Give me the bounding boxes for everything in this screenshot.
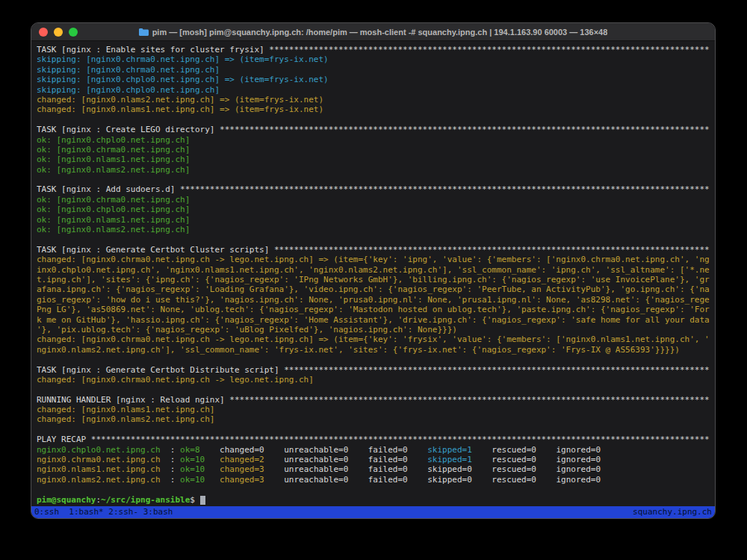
terminal-line: skipping: [nginx0.chrma0.net.ipng.ch] xyxy=(37,65,710,75)
terminal-text: : xyxy=(161,475,181,485)
handler-header: RUNNING HANDLER [nginx : Reload nginx] *… xyxy=(37,395,710,405)
recap-row: nginx0.chplo0.net.ipng.ch : ok=8 changed… xyxy=(37,445,710,455)
terminal-text: failed=0 xyxy=(368,475,427,485)
terminal-window: pim — [mosh] pim@squanchy.ipng.ch: /home… xyxy=(31,22,716,519)
terminal-text: unreachable=0 xyxy=(284,455,368,464)
terminal-output[interactable]: TASK [nginx : Enable sites for cluster f… xyxy=(31,41,715,506)
terminal-text: nginx0.chrma0.net.ipng.ch xyxy=(37,455,161,464)
close-button[interactable] xyxy=(39,28,48,37)
tmux-hostname: squanchy.ipng.ch xyxy=(633,506,712,518)
header-fill: ****************************************… xyxy=(220,125,710,134)
terminal-text: failed=0 xyxy=(368,445,427,455)
terminal-text: changed=2 xyxy=(220,455,284,464)
terminal-text: changed: [nginx0.nlams1.net.ipng.ch] => … xyxy=(37,105,323,114)
window-title-group: pim — [mosh] pim@squanchy.ipng.ch: /home… xyxy=(139,28,608,37)
minimize-button[interactable] xyxy=(54,28,63,37)
recap-row: nginx0.chrma0.net.ipng.ch : ok=10 change… xyxy=(37,455,710,464)
terminal-line: skipping: [nginx0.chplo0.net.ipng.ch] xyxy=(37,85,710,95)
terminal-text: changed: [nginx0.chrma0.net.ipng.ch -> l… xyxy=(37,375,314,385)
terminal-text: nginx0.chplo0.net.ipng.ch xyxy=(37,445,161,455)
window-title: pim — [mosh] pim@squanchy.ipng.ch: /home… xyxy=(152,28,608,37)
terminal-text: TASK [nginx : Add sudoers.d] xyxy=(37,184,180,194)
terminal-text: ignored=0 xyxy=(556,464,601,474)
terminal-text: ok: [nginx0.nlams1.net.ipng.ch] xyxy=(37,215,190,225)
terminal-text: skipping: [nginx0.chplo0.net.ipng.ch] xyxy=(37,85,220,95)
zoom-button[interactable] xyxy=(69,28,78,37)
tmux-window-list[interactable]: 0:ssh 1:bash* 2:ssh- 3:bash xyxy=(34,506,173,518)
terminal-text: changed: [nginx0.chrma0.net.ipng.ch -> l… xyxy=(37,335,710,344)
titlebar[interactable]: pim — [mosh] pim@squanchy.ipng.ch: /home… xyxy=(31,23,715,41)
terminal-line: changed: [nginx0.nlams1.net.ipng.ch] xyxy=(37,405,710,414)
terminal-line: changed: [nginx0.chrma0.net.ipng.ch -> l… xyxy=(37,255,710,264)
terminal-text: rescued=0 xyxy=(492,464,556,474)
terminal-text: ok=10 xyxy=(180,464,220,474)
terminal-text: skipped=1 xyxy=(427,445,492,455)
terminal-line: t.ipng.ch'], 'sites': {'ipng.ch': {'nagi… xyxy=(37,275,710,284)
terminal-text: ok: [nginx0.nlams1.net.ipng.ch] xyxy=(37,155,190,164)
terminal-text: rescued=0 xyxy=(492,475,556,485)
terminal-text: ignored=0 xyxy=(556,445,601,455)
task-header: TASK [nginx : Enable sites for cluster f… xyxy=(37,45,710,55)
terminal-text: ok=10 xyxy=(180,475,220,485)
terminal-text: failed=0 xyxy=(368,464,427,474)
terminal-text: : xyxy=(161,445,181,455)
task-header: TASK [nginx : Add sudoers.d] ***********… xyxy=(37,184,710,194)
terminal-text: PLAY RECAP xyxy=(37,435,91,444)
task-header: TASK [nginx : Create LEGO directory] ***… xyxy=(37,125,710,134)
terminal-line xyxy=(37,485,710,494)
terminal-text: t.ipng.ch'], 'sites': {'ipng.ch': {'nagi… xyxy=(37,275,710,284)
terminal-text: changed=0 xyxy=(220,445,284,455)
terminal-text: ok: [nginx0.nlams2.net.ipng.ch] xyxy=(37,225,190,234)
terminal-text: pim@squanchy xyxy=(37,495,96,505)
terminal-text: changed: [nginx0.chrma0.net.ipng.ch -> l… xyxy=(37,255,710,264)
terminal-line xyxy=(37,425,710,435)
header-fill: ****************************************… xyxy=(229,395,709,405)
terminal-line: changed: [nginx0.nlams2.net.ipng.ch] xyxy=(37,414,710,424)
terminal-text: unreachable=0 xyxy=(284,464,368,474)
terminal-text: '}, 'pix.ublog.tech': {'nagios_regexp': … xyxy=(37,325,457,335)
terminal-text: ok: [nginx0.chrma0.net.ipng.ch] xyxy=(37,195,190,205)
terminal-line: ok: [nginx0.nlams2.net.ipng.ch] xyxy=(37,225,710,234)
terminal-line: ok: [nginx0.nlams2.net.ipng.ch] xyxy=(37,165,710,175)
recap-row: nginx0.nlams2.net.ipng.ch : ok=10 change… xyxy=(37,475,710,485)
terminal-line: changed: [nginx0.nlams1.net.ipng.ch] => … xyxy=(37,105,710,114)
folder-icon xyxy=(139,28,149,36)
terminal-line: skipping: [nginx0.chrma0.net.ipng.ch] =>… xyxy=(37,55,710,64)
terminal-line xyxy=(37,175,710,184)
terminal-text: skipping: [nginx0.chrma0.net.ipng.ch] xyxy=(37,65,220,75)
terminal-text: ok: [nginx0.chrma0.net.ipng.ch] xyxy=(37,145,190,155)
terminal-line: ok: [nginx0.chrma0.net.ipng.ch] xyxy=(37,195,710,205)
terminal-text: k me on GitHub'}, 'hassio.ipng.ch': {'na… xyxy=(37,315,710,325)
terminal-line: ok: [nginx0.nlams1.net.ipng.ch] xyxy=(37,155,710,164)
terminal-text: ok: [nginx0.chplo0.net.ipng.ch] xyxy=(37,135,190,145)
header-fill: ****************************************… xyxy=(284,365,710,375)
play-recap-header: PLAY RECAP *****************************… xyxy=(37,435,710,444)
terminal-text: : xyxy=(161,455,181,464)
terminal-text: TASK [nginx : Enable sites for cluster f… xyxy=(37,45,269,55)
terminal-text: ok: [nginx0.chplo0.net.ipng.ch] xyxy=(37,205,190,214)
terminal-cursor[interactable] xyxy=(200,496,205,505)
terminal-text: afana.ipng.ch': {'nagios_regexp': 'Loadi… xyxy=(37,284,710,294)
terminal-line: changed: [nginx0.chrma0.net.ipng.ch -> l… xyxy=(37,375,710,385)
terminal-text: ignored=0 xyxy=(556,455,601,464)
header-fill: ****************************************… xyxy=(269,45,709,55)
shell-prompt: pim@squanchy:~/src/ipng-ansible$ xyxy=(37,495,710,505)
terminal-text: nginx0.nlams1.net.ipng.ch xyxy=(37,464,161,474)
terminal-text: ignored=0 xyxy=(556,475,601,485)
terminal-text: inx0.chplo0.net.ipng.ch', 'nginx0.nlams1… xyxy=(37,265,710,275)
task-header: TASK [nginx : Generate Certbot Cluster s… xyxy=(37,245,710,255)
terminal-text: skipping: [nginx0.chrma0.net.ipng.ch] =>… xyxy=(37,55,329,64)
terminal-text: : xyxy=(161,464,181,474)
tmux-status-bar: 0:ssh 1:bash* 2:ssh- 3:bash squanchy.ipn… xyxy=(31,506,715,518)
terminal-text: nginx0.nlams2.net.ipng.ch xyxy=(37,475,161,485)
terminal-line: ok: [nginx0.chrma0.net.ipng.ch] xyxy=(37,145,710,155)
terminal-text: rescued=0 xyxy=(492,455,556,464)
terminal-line: gios_regexp': 'how do i use this?'}, 'na… xyxy=(37,295,710,305)
terminal-text: skipped=0 xyxy=(427,464,492,474)
terminal-line: changed: [nginx0.nlams2.net.ipng.ch] => … xyxy=(37,95,710,105)
terminal-text: changed: [nginx0.nlams2.net.ipng.ch] xyxy=(37,414,214,424)
terminal-text: changed: [nginx0.nlams2.net.ipng.ch] => … xyxy=(37,95,323,105)
terminal-line xyxy=(37,115,710,125)
terminal-text: changed=3 xyxy=(220,464,284,474)
terminal-text: failed=0 xyxy=(368,455,427,464)
